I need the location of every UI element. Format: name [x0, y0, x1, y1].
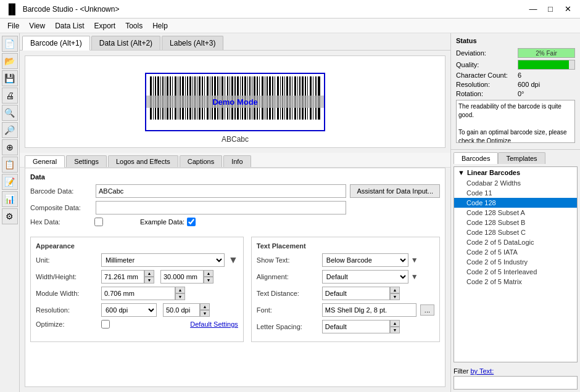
- quality-label: Quality:: [456, 61, 518, 68]
- category-label: Linear Barcodes: [467, 169, 520, 176]
- module-width-spinbox[interactable]: ▲ ▼: [101, 287, 185, 300]
- text-distance-input[interactable]: [322, 287, 390, 300]
- width-input[interactable]: [101, 270, 144, 284]
- filter-by-text-link[interactable]: by Text:: [471, 367, 494, 375]
- tree-item-code25matrix[interactable]: Code 2 of 5 Matrix: [454, 277, 577, 287]
- list-tab-templates[interactable]: Templates: [498, 152, 545, 164]
- height-down-button[interactable]: ▼: [204, 277, 213, 284]
- font-label: Font:: [257, 306, 318, 314]
- text-distance-down-button[interactable]: ▼: [390, 293, 400, 300]
- module-width-input[interactable]: [101, 287, 175, 300]
- chart-button[interactable]: 📊: [2, 191, 18, 207]
- letter-spacing-input[interactable]: [322, 320, 390, 333]
- clipboard-button[interactable]: 📋: [2, 157, 18, 173]
- menu-file[interactable]: File: [2, 20, 24, 31]
- close-button[interactable]: ✕: [560, 3, 575, 15]
- font-button[interactable]: ...: [420, 304, 434, 316]
- letter-spacing-spinbox[interactable]: ▲ ▼: [322, 320, 400, 333]
- width-spinbox[interactable]: ▲ ▼: [101, 270, 154, 284]
- barcode-label: ABCabc: [222, 135, 249, 144]
- open-button[interactable]: 📂: [2, 53, 18, 69]
- filter-input[interactable]: [454, 376, 578, 390]
- resolution-up-button[interactable]: ▲: [200, 303, 210, 310]
- assistant-button[interactable]: Assistant for Data Input...: [350, 184, 440, 198]
- tree-item-code128b[interactable]: Code 128 Subset B: [454, 218, 577, 227]
- print-button[interactable]: 🖨: [2, 88, 18, 104]
- tree-item-code128c[interactable]: Code 128 Subset C: [454, 227, 577, 237]
- module-width-label: Module Width:: [36, 290, 97, 297]
- save-button[interactable]: 💾: [2, 70, 18, 86]
- letter-spacing-down-button[interactable]: ▼: [390, 327, 400, 333]
- width-up-button[interactable]: ▲: [144, 270, 154, 277]
- tree-item-code128[interactable]: Code 128: [454, 198, 577, 208]
- sub-tab-logos[interactable]: Logos and Effects: [108, 155, 178, 167]
- sub-tab-settings[interactable]: Settings: [66, 155, 107, 167]
- composite-data-input[interactable]: [96, 201, 346, 214]
- menu-view[interactable]: View: [24, 20, 50, 31]
- show-text-select[interactable]: Below Barcode No Text Above Barcode: [322, 253, 408, 267]
- letter-spacing-up-button[interactable]: ▲: [390, 320, 400, 327]
- deviation-fill: 2% Fair: [518, 49, 574, 57]
- resolution-label: Resolution:: [36, 306, 97, 314]
- text-distance-spinbox[interactable]: ▲ ▼: [322, 287, 400, 300]
- tab-data-list[interactable]: Data List (Alt+2): [91, 36, 160, 50]
- maximize-button[interactable]: □: [543, 3, 558, 15]
- barcode-tree[interactable]: ▼ Linear Barcodes Codabar 2 Widths Code …: [454, 166, 578, 362]
- tree-item-code128a[interactable]: Code 128 Subset A: [454, 208, 577, 218]
- height-up-button[interactable]: ▲: [204, 270, 213, 277]
- width-height-label: Width/Height:: [36, 273, 97, 280]
- status-text1: The readability of the barcode is quite …: [458, 102, 573, 120]
- alignment-select[interactable]: Default Left Center Right: [322, 270, 408, 284]
- text-distance-up-button[interactable]: ▲: [390, 287, 400, 293]
- tree-item-code25interleaved[interactable]: Code 2 of 5 Interleaved: [454, 267, 577, 277]
- height-spinbox[interactable]: ▲ ▼: [160, 270, 213, 284]
- list-tab-barcodes[interactable]: Barcodes: [454, 152, 498, 164]
- menu-export[interactable]: Export: [89, 20, 121, 31]
- sub-tab-bar: General Settings Logos and Effects Capti…: [20, 153, 450, 168]
- rotation-value: 0°: [518, 90, 524, 97]
- tree-item-code25iata[interactable]: Code 2 of 5 IATA: [454, 247, 577, 257]
- minimize-button[interactable]: —: [526, 3, 541, 15]
- tree-item-codabar[interactable]: Codabar 2 Widths: [454, 178, 577, 188]
- text-placement-title: Text Placement: [257, 242, 434, 250]
- app-icon: ▐▌: [5, 4, 19, 15]
- menu-tools[interactable]: Tools: [120, 20, 147, 31]
- sub-tab-captions[interactable]: Captions: [180, 155, 222, 167]
- barcode-data-input[interactable]: [96, 184, 346, 198]
- new-button[interactable]: 📄: [2, 36, 18, 52]
- tree-item-code11[interactable]: Code 11: [454, 188, 577, 198]
- resolution-spinbox[interactable]: ▲ ▼: [163, 303, 210, 317]
- deviation-value: 2% Fair: [536, 50, 557, 57]
- module-width-up-button[interactable]: ▲: [175, 287, 185, 293]
- tree-item-code25industry[interactable]: Code 2 of 5 Industry: [454, 257, 577, 267]
- tree-item-code25dl[interactable]: Code 2 of 5 DataLogic: [454, 237, 577, 247]
- sub-tab-info[interactable]: Info: [223, 155, 251, 167]
- list-tab-bar: Barcodes Templates: [454, 152, 578, 164]
- height-input[interactable]: [160, 270, 204, 284]
- hex-data-checkbox[interactable]: [94, 218, 103, 226]
- menu-data-list[interactable]: Data List: [50, 20, 89, 31]
- zoom-fit-button[interactable]: ⊕: [2, 139, 18, 155]
- optimize-checkbox[interactable]: [101, 320, 110, 329]
- font-input[interactable]: [322, 303, 416, 317]
- resolution-input[interactable]: [163, 303, 200, 317]
- tab-barcode[interactable]: Barcode (Alt+1): [22, 36, 90, 51]
- default-settings-link[interactable]: Default Settings: [190, 321, 238, 328]
- edit-button[interactable]: 📝: [2, 174, 18, 190]
- module-width-down-button[interactable]: ▼: [175, 293, 185, 300]
- right-panel: Status Deviation: 2% Fair Quality: Chara…: [450, 33, 580, 392]
- settings-toolbar-button[interactable]: ⚙: [2, 208, 18, 224]
- resolution-down-button[interactable]: ▼: [200, 310, 210, 317]
- menu-help[interactable]: Help: [147, 20, 173, 31]
- tab-labels[interactable]: Labels (Alt+3): [162, 36, 223, 50]
- unit-select[interactable]: Millimeter Inch Pixel: [101, 253, 225, 267]
- sub-tab-general[interactable]: General: [25, 155, 65, 168]
- example-data-checkbox[interactable]: [187, 218, 196, 226]
- barcode-wrapper: Demo Mode: [145, 73, 325, 131]
- zoom-out-button[interactable]: 🔎: [2, 122, 18, 138]
- width-down-button[interactable]: ▼: [144, 277, 154, 284]
- zoom-in-button[interactable]: 🔍: [2, 105, 18, 121]
- category-expand-icon[interactable]: ▼: [458, 169, 465, 176]
- status-title: Status: [456, 37, 575, 44]
- resolution-select[interactable]: 600 dpi 300 dpi 150 dpi: [101, 303, 157, 317]
